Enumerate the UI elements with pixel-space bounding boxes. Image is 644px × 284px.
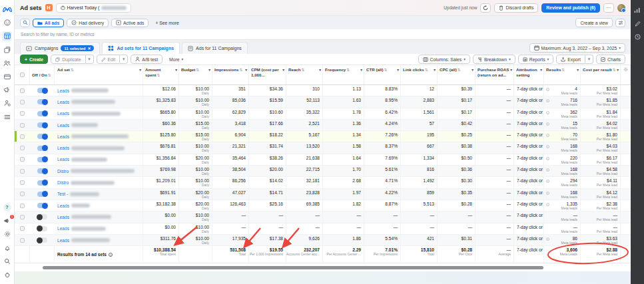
table-search-input[interactable] xyxy=(21,32,625,37)
row-status-toggle[interactable] xyxy=(30,235,55,245)
billing-icon[interactable] xyxy=(2,72,12,82)
row-checkbox[interactable] xyxy=(15,177,30,188)
row-status-toggle[interactable] xyxy=(30,189,55,200)
create-button[interactable]: +Create xyxy=(20,55,48,64)
ad-set-name-link[interactable]: Distro xyxy=(57,169,69,174)
edit-button[interactable]: Edit xyxy=(97,55,121,64)
selected-count-badge[interactable]: 11 selected✕ xyxy=(61,45,94,51)
row-status-toggle[interactable] xyxy=(30,142,55,153)
table-row[interactable]: Leads$3,182.38$20.00Daily126,463$25.1669… xyxy=(15,200,631,212)
ad-set-name-link[interactable]: Leads xyxy=(57,226,69,231)
table-row[interactable]: Leads$12.06$10.00Daily351$34.363101.138.… xyxy=(15,85,631,96)
edit-pencil-icon[interactable] xyxy=(635,21,641,27)
scrollbar-thumb[interactable] xyxy=(43,266,543,269)
row-status-toggle[interactable] xyxy=(30,200,55,211)
table-row[interactable]: Leads$60.36$15.00Daily3,418$17.662,5211.… xyxy=(15,120,631,131)
duplicate-button[interactable]: Duplicate xyxy=(51,55,85,64)
history-clock-icon[interactable] xyxy=(635,34,641,41)
row-status-toggle[interactable] xyxy=(30,212,55,222)
ad-set-name-link[interactable]: Leads xyxy=(57,204,69,208)
ab-test-button[interactable]: A/B test xyxy=(131,55,162,64)
row-checkbox[interactable] xyxy=(15,223,30,234)
table-row[interactable]: Leads$125.80$15.00Daily6,904$18.225,1671… xyxy=(15,131,631,142)
column-settings-gear-icon[interactable] xyxy=(621,65,631,84)
review-and-publish-button[interactable]: Review and publish (6) xyxy=(541,3,600,13)
filter-chip-had-delivery[interactable]: Had delivery xyxy=(67,19,109,27)
horizontal-scrollbar[interactable] xyxy=(15,263,631,271)
all-tools-icon[interactable] xyxy=(2,112,12,122)
column-header-frequency[interactable]: Frequency⇅▾ xyxy=(323,65,364,84)
charts-button[interactable]: Charts xyxy=(596,55,625,64)
row-status-toggle[interactable] xyxy=(30,85,55,96)
reports-button[interactable]: Reports▾ xyxy=(518,55,554,64)
row-status-toggle[interactable] xyxy=(30,108,55,119)
column-header-ctr[interactable]: CTR (all)⇅▾ xyxy=(364,65,401,84)
ad-set-name-link[interactable]: Leads xyxy=(57,111,69,116)
search-filter-button[interactable] xyxy=(20,19,30,27)
row-checkbox[interactable] xyxy=(15,166,30,176)
account-settings-icon[interactable] xyxy=(2,98,12,108)
bug-report-icon[interactable] xyxy=(2,269,12,279)
row-status-toggle[interactable] xyxy=(30,154,55,165)
breakdown-button[interactable]: Breakdown▾ xyxy=(473,55,515,64)
column-header-results[interactable]: Results⇅▾ xyxy=(544,65,581,84)
ad-set-name-cell[interactable]: Distro xyxy=(55,166,143,176)
account-overview-icon[interactable] xyxy=(2,18,12,28)
select-all-checkbox[interactable] xyxy=(15,65,30,84)
view-settings-button[interactable] xyxy=(615,19,625,27)
row-checkbox[interactable] xyxy=(15,96,30,107)
column-header-cpc[interactable]: CPC (all)⇅▾ xyxy=(438,65,476,84)
table-row[interactable]: Distro$1,209.01$10.00Daily86,256$14.0232… xyxy=(15,177,631,188)
export-dropdown[interactable]: ▾ xyxy=(585,55,593,64)
ad-set-name-link[interactable]: Leads xyxy=(57,88,69,93)
ad-set-name-cell[interactable]: Distro xyxy=(55,177,143,188)
help-icon[interactable]: ? xyxy=(2,202,12,212)
ad-set-name-cell[interactable]: Test - xyxy=(55,189,143,200)
column-header-budget[interactable]: Budget⇅▾ xyxy=(179,65,212,84)
row-checkbox[interactable] xyxy=(15,212,30,222)
audiences-icon[interactable] xyxy=(2,58,12,68)
ad-set-name-cell[interactable]: Leads xyxy=(55,96,143,107)
row-checkbox[interactable] xyxy=(15,189,30,200)
ad-set-name-link[interactable]: Leads xyxy=(57,134,69,139)
column-header-reach[interactable]: Reach⇅▾ xyxy=(286,65,323,84)
row-status-toggle[interactable] xyxy=(30,120,55,130)
ad-set-name-cell[interactable]: Leads xyxy=(55,200,143,211)
column-header-off-on[interactable]: Off / On⇅ xyxy=(30,65,55,84)
ad-set-name-cell[interactable]: Leads xyxy=(55,223,143,234)
column-header-link_clicks[interactable]: Link clicks⇅▾ xyxy=(401,65,438,84)
table-row[interactable]: Leads$311.76$10.00Daily17,935$17.389,626… xyxy=(15,235,631,246)
ad-set-name-link[interactable]: Test - xyxy=(57,192,68,196)
table-row[interactable]: Leads$676.81$10.00Daily21,321$31.7413,52… xyxy=(15,142,631,154)
row-checkbox[interactable] xyxy=(15,235,30,245)
row-checkbox[interactable] xyxy=(15,108,30,119)
column-header-roas[interactable]: Purchase ROAS (return on ad...▾ xyxy=(476,65,514,84)
refresh-button[interactable] xyxy=(480,3,491,13)
settings-gear-icon[interactable] xyxy=(2,229,12,239)
notifications-bell-icon[interactable] xyxy=(2,243,12,253)
meta-logo[interactable] xyxy=(2,5,12,15)
tab-campaigns[interactable]: Campaigns 11 selected✕ xyxy=(20,42,100,54)
column-header-cost_per_result[interactable]: Cost per result⇅▾ xyxy=(581,65,621,84)
row-status-toggle[interactable] xyxy=(30,131,55,142)
ad-set-name-cell[interactable]: Leads xyxy=(55,154,143,165)
row-checkbox[interactable] xyxy=(15,85,30,96)
row-status-toggle[interactable] xyxy=(30,223,55,234)
more-options-button[interactable]: ··· xyxy=(603,3,614,13)
table-row[interactable]: Test - $691.91$20.00Daily47,027$14.7123,… xyxy=(15,189,631,200)
row-checkbox[interactable] xyxy=(15,142,30,153)
edit-dropdown[interactable]: ▾ xyxy=(120,55,128,64)
ad-set-name-cell[interactable]: Leads xyxy=(55,108,143,119)
ad-set-name-link[interactable]: Distro xyxy=(57,180,69,185)
insights-chart-icon[interactable] xyxy=(634,7,641,14)
row-status-toggle[interactable] xyxy=(30,166,55,176)
date-range-selector[interactable]: Maximum: Aug 3, 2022 – Sep 3, 2025 ▾ xyxy=(529,43,626,53)
account-selector[interactable]: Harvest Today ( xyxy=(56,3,132,13)
row-checkbox[interactable] xyxy=(15,154,30,165)
row-status-toggle[interactable] xyxy=(30,177,55,188)
column-header-ad-set[interactable]: Ad set⇅▾ xyxy=(55,65,143,84)
user-avatar[interactable] xyxy=(617,4,625,12)
table-row[interactable]: Leads$1,356.84$20.00Daily35,464$38.2621,… xyxy=(15,154,631,166)
ad-set-name-cell[interactable]: Leads xyxy=(55,131,143,142)
inbox-icon[interactable]: 1 xyxy=(2,216,12,226)
